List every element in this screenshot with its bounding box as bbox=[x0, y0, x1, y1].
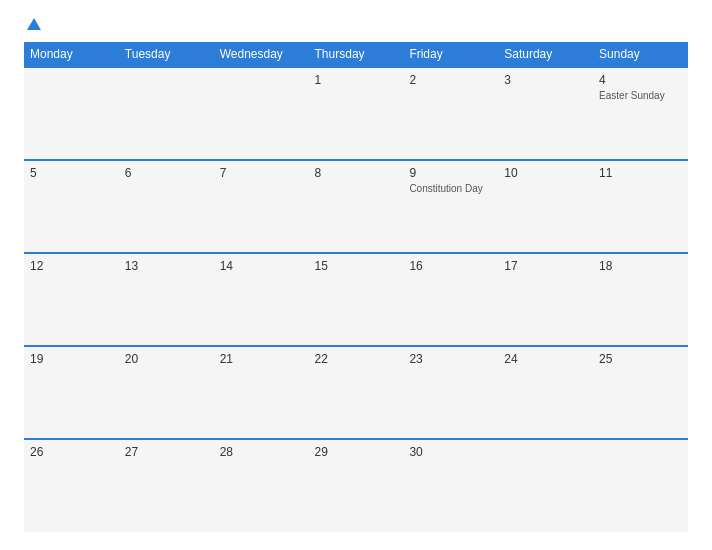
day-number: 10 bbox=[504, 166, 587, 180]
calendar-cell: 10 bbox=[498, 160, 593, 253]
calendar-week-row: 19202122232425 bbox=[24, 346, 688, 439]
day-number: 3 bbox=[504, 73, 587, 87]
calendar-cell: 19 bbox=[24, 346, 119, 439]
day-number: 21 bbox=[220, 352, 303, 366]
calendar-cell bbox=[119, 67, 214, 160]
calendar-cell: 13 bbox=[119, 253, 214, 346]
calendar-week-row: 56789Constitution Day1011 bbox=[24, 160, 688, 253]
calendar-cell: 16 bbox=[403, 253, 498, 346]
day-number: 12 bbox=[30, 259, 113, 273]
calendar-cell: 28 bbox=[214, 439, 309, 532]
weekday-header-saturday: Saturday bbox=[498, 42, 593, 67]
calendar-header-row: MondayTuesdayWednesdayThursdayFridaySatu… bbox=[24, 42, 688, 67]
day-number: 13 bbox=[125, 259, 208, 273]
calendar-cell: 25 bbox=[593, 346, 688, 439]
logo bbox=[24, 18, 41, 32]
calendar-cell: 24 bbox=[498, 346, 593, 439]
calendar-header bbox=[24, 18, 688, 32]
calendar-week-row: 1234Easter Sunday bbox=[24, 67, 688, 160]
day-number: 14 bbox=[220, 259, 303, 273]
holiday-name: Constitution Day bbox=[409, 182, 492, 195]
day-number: 9 bbox=[409, 166, 492, 180]
calendar-cell: 29 bbox=[309, 439, 404, 532]
day-number: 26 bbox=[30, 445, 113, 459]
calendar-cell: 26 bbox=[24, 439, 119, 532]
calendar-cell: 22 bbox=[309, 346, 404, 439]
weekday-header-friday: Friday bbox=[403, 42, 498, 67]
calendar-cell bbox=[498, 439, 593, 532]
calendar-cell: 14 bbox=[214, 253, 309, 346]
day-number: 30 bbox=[409, 445, 492, 459]
day-number: 2 bbox=[409, 73, 492, 87]
calendar-cell: 2 bbox=[403, 67, 498, 160]
day-number: 4 bbox=[599, 73, 682, 87]
calendar-cell: 6 bbox=[119, 160, 214, 253]
day-number: 11 bbox=[599, 166, 682, 180]
day-number: 19 bbox=[30, 352, 113, 366]
day-number: 24 bbox=[504, 352, 587, 366]
calendar-cell: 15 bbox=[309, 253, 404, 346]
day-number: 28 bbox=[220, 445, 303, 459]
calendar-cell: 5 bbox=[24, 160, 119, 253]
day-number: 20 bbox=[125, 352, 208, 366]
weekday-header-thursday: Thursday bbox=[309, 42, 404, 67]
calendar-cell: 27 bbox=[119, 439, 214, 532]
calendar-cell bbox=[593, 439, 688, 532]
calendar-page: MondayTuesdayWednesdayThursdayFridaySatu… bbox=[0, 0, 712, 550]
weekday-header-wednesday: Wednesday bbox=[214, 42, 309, 67]
calendar-cell: 4Easter Sunday bbox=[593, 67, 688, 160]
calendar-cell: 20 bbox=[119, 346, 214, 439]
day-number: 1 bbox=[315, 73, 398, 87]
day-number: 29 bbox=[315, 445, 398, 459]
day-number: 27 bbox=[125, 445, 208, 459]
day-number: 6 bbox=[125, 166, 208, 180]
calendar-cell: 30 bbox=[403, 439, 498, 532]
calendar-cell bbox=[24, 67, 119, 160]
day-number: 22 bbox=[315, 352, 398, 366]
day-number: 7 bbox=[220, 166, 303, 180]
weekday-header-sunday: Sunday bbox=[593, 42, 688, 67]
weekday-header-tuesday: Tuesday bbox=[119, 42, 214, 67]
calendar-week-row: 2627282930 bbox=[24, 439, 688, 532]
day-number: 16 bbox=[409, 259, 492, 273]
calendar-cell: 23 bbox=[403, 346, 498, 439]
calendar-cell: 17 bbox=[498, 253, 593, 346]
calendar-cell: 11 bbox=[593, 160, 688, 253]
calendar-cell: 1 bbox=[309, 67, 404, 160]
calendar-week-row: 12131415161718 bbox=[24, 253, 688, 346]
logo-triangle-icon bbox=[27, 18, 41, 30]
holiday-name: Easter Sunday bbox=[599, 89, 682, 102]
calendar-cell: 12 bbox=[24, 253, 119, 346]
weekday-header-monday: Monday bbox=[24, 42, 119, 67]
calendar-table: MondayTuesdayWednesdayThursdayFridaySatu… bbox=[24, 42, 688, 532]
calendar-cell: 7 bbox=[214, 160, 309, 253]
day-number: 25 bbox=[599, 352, 682, 366]
day-number: 5 bbox=[30, 166, 113, 180]
calendar-cell: 9Constitution Day bbox=[403, 160, 498, 253]
day-number: 23 bbox=[409, 352, 492, 366]
calendar-cell: 3 bbox=[498, 67, 593, 160]
calendar-cell: 21 bbox=[214, 346, 309, 439]
calendar-cell: 18 bbox=[593, 253, 688, 346]
day-number: 8 bbox=[315, 166, 398, 180]
calendar-cell: 8 bbox=[309, 160, 404, 253]
calendar-cell bbox=[214, 67, 309, 160]
day-number: 15 bbox=[315, 259, 398, 273]
day-number: 18 bbox=[599, 259, 682, 273]
day-number: 17 bbox=[504, 259, 587, 273]
